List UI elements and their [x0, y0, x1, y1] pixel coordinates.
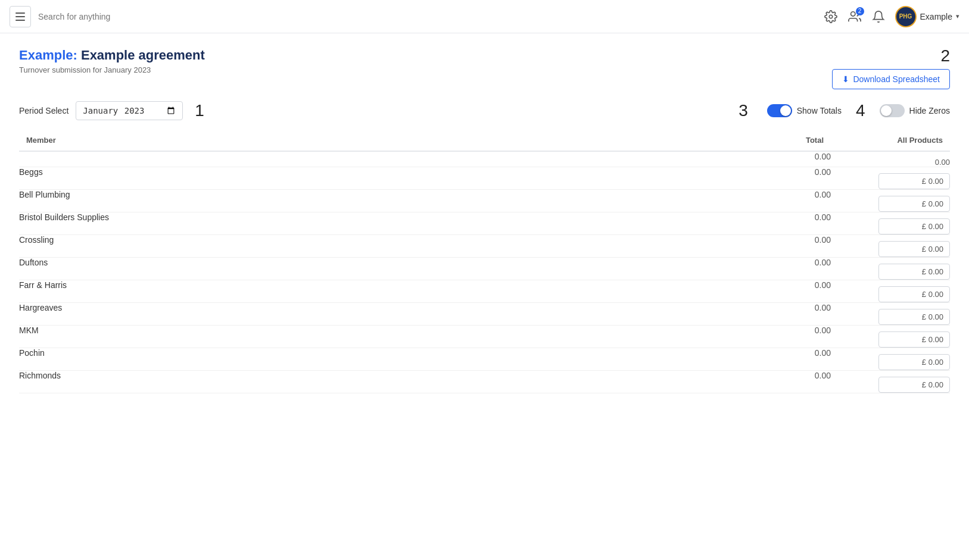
- title-block: Example: Example agreement Turnover subm…: [19, 48, 205, 74]
- member-cell: Duftons: [19, 258, 759, 280]
- show-totals-toggle-item: Show Totals: [767, 104, 842, 117]
- product-input[interactable]: [878, 196, 950, 212]
- table-row: MKM 0.00: [19, 326, 950, 348]
- page-title: Example: Example agreement: [19, 48, 205, 63]
- member-cell: Crossling: [19, 235, 759, 258]
- product-cell: [831, 190, 950, 212]
- member-cell: MKM: [19, 326, 759, 348]
- table-row: Bell Plumbing 0.00: [19, 190, 950, 212]
- users-icon[interactable]: 2: [848, 10, 862, 24]
- page-subtitle: Turnover submission for January 2023: [19, 65, 205, 74]
- product-input[interactable]: [878, 377, 950, 393]
- total-cell: 0.00: [759, 235, 831, 258]
- member-cell: Bristol Builders Supplies: [19, 212, 759, 235]
- page-content: Example: Example agreement Turnover subm…: [0, 33, 969, 408]
- total-cell: 0.00: [759, 167, 831, 190]
- example-label: Example:: [19, 48, 77, 62]
- member-cell: [19, 151, 759, 167]
- total-cell: 0.00: [759, 303, 831, 326]
- product-cell: [831, 212, 950, 235]
- svg-point-1: [850, 11, 855, 15]
- table-row: Pochin 0.00: [19, 348, 950, 371]
- show-totals-toggle[interactable]: [767, 104, 792, 117]
- nav-right: 2 PHG Example ▾: [824, 6, 959, 27]
- product-input[interactable]: [878, 218, 950, 234]
- total-cell: 0.00: [759, 151, 831, 167]
- product-cell: 0.00: [831, 151, 950, 167]
- member-cell: Hargreaves: [19, 303, 759, 326]
- agreement-label: Example agreement: [81, 48, 205, 62]
- total-cell: 0.00: [759, 190, 831, 212]
- table-row: Beggs 0.00: [19, 167, 950, 190]
- search-input[interactable]: [38, 12, 817, 21]
- table-row: 0.00 0.00: [19, 151, 950, 167]
- period-select-input[interactable]: [76, 101, 183, 120]
- table-row: Richmonds 0.00: [19, 371, 950, 393]
- user-label: Example: [920, 12, 952, 21]
- product-cell: [831, 258, 950, 280]
- period-select-label: Period Select: [19, 106, 68, 115]
- product-cell: [831, 348, 950, 371]
- data-table: Member Total All Products 0.00 0.00 Begg…: [19, 130, 950, 393]
- product-cell: [831, 235, 950, 258]
- member-cell: Pochin: [19, 348, 759, 371]
- settings-icon[interactable]: [824, 10, 838, 24]
- product-cell: [831, 280, 950, 303]
- product-input[interactable]: [878, 286, 950, 302]
- product-input[interactable]: [878, 354, 950, 370]
- total-cell: 0.00: [759, 280, 831, 303]
- table-row: Crossling 0.00: [19, 235, 950, 258]
- total-cell: 0.00: [759, 348, 831, 371]
- period-select-group: Period Select 1: [19, 101, 204, 120]
- member-cell: Richmonds: [19, 371, 759, 393]
- hamburger-icon: [15, 12, 25, 21]
- hide-zeros-label: Hide Zeros: [909, 106, 950, 115]
- download-button-label: Download Spreadsheet: [853, 74, 940, 84]
- show-totals-label: Show Totals: [797, 106, 842, 115]
- col-total: Total: [759, 130, 831, 151]
- bell-icon[interactable]: [871, 10, 886, 24]
- table-row: Hargreaves 0.00: [19, 303, 950, 326]
- hide-zeros-toggle-item: Hide Zeros: [880, 104, 950, 117]
- svg-point-0: [829, 15, 833, 18]
- member-cell: Bell Plumbing: [19, 190, 759, 212]
- product-cell: [831, 303, 950, 326]
- user-avatar-button[interactable]: PHG Example ▾: [895, 6, 959, 27]
- top-navigation: 2 PHG Example ▾: [0, 0, 969, 33]
- product-input[interactable]: [878, 264, 950, 280]
- download-icon: ⬇: [842, 74, 849, 84]
- product-input[interactable]: [878, 309, 950, 325]
- product-input[interactable]: [878, 173, 950, 189]
- product-cell: [831, 326, 950, 348]
- col-products: All Products: [831, 130, 950, 151]
- table-row: Bristol Builders Supplies 0.00: [19, 212, 950, 235]
- avatar: PHG: [895, 6, 917, 27]
- controls-row: Period Select 1 3 Show Totals 4: [19, 101, 950, 120]
- hide-zeros-toggle[interactable]: [880, 104, 905, 117]
- users-badge: 2: [856, 7, 864, 15]
- total-cell: 0.00: [759, 371, 831, 393]
- product-input[interactable]: [878, 241, 950, 257]
- product-input[interactable]: [878, 331, 950, 348]
- download-spreadsheet-button[interactable]: ⬇ Download Spreadsheet: [832, 69, 950, 89]
- page-header: Example: Example agreement Turnover subm…: [19, 48, 950, 89]
- chevron-down-icon: ▾: [956, 12, 959, 20]
- table-row: Duftons 0.00: [19, 258, 950, 280]
- product-cell: [831, 167, 950, 190]
- toggles-group: Show Totals 4 Hide Zeros: [767, 101, 950, 120]
- member-cell: Farr & Harris: [19, 280, 759, 303]
- table-header-row: Member Total All Products: [19, 130, 950, 151]
- hamburger-button[interactable]: [10, 6, 31, 27]
- table-row: Farr & Harris 0.00: [19, 280, 950, 303]
- col-member: Member: [19, 130, 759, 151]
- total-cell: 0.00: [759, 258, 831, 280]
- total-cell: 0.00: [759, 212, 831, 235]
- total-cell: 0.00: [759, 326, 831, 348]
- product-cell: [831, 371, 950, 393]
- member-cell: Beggs: [19, 167, 759, 190]
